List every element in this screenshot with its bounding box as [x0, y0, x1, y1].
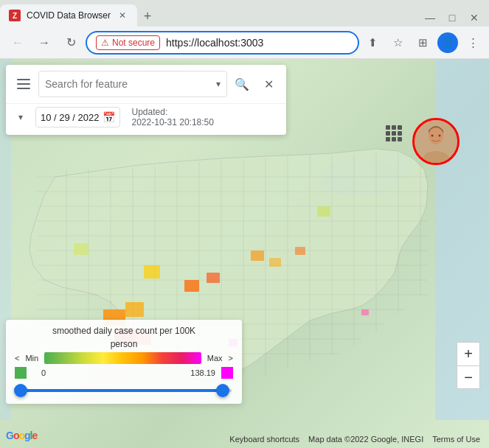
legend-title: smoothed daily case count per 100K [15, 326, 233, 336]
profile-button[interactable]: 👤 [437, 32, 458, 53]
search-input-wrap[interactable]: ▾ [38, 71, 227, 97]
search-row: ▾ 🔍 ✕ [6, 65, 286, 103]
search-dropdown-icon[interactable]: ▾ [216, 79, 221, 89]
slider-thumb-left[interactable] [14, 384, 27, 397]
browser-toolbar: ← → ↻ ⚠ Not secure https://localhost:300… [0, 27, 489, 59]
hamburger-line-3 [17, 88, 30, 89]
security-badge: ⚠ Not secure [96, 35, 160, 50]
map-bottom-bar: Keyboard shortcuts Map data ©2022 Google… [0, 435, 489, 444]
tab-bar-right: — □ ✕ [158, 9, 489, 27]
date-expand-button[interactable]: ▾ [12, 108, 30, 126]
maximize-button[interactable]: □ [443, 9, 461, 27]
updated-label: Updated: [132, 107, 168, 117]
svg-rect-42 [295, 247, 305, 255]
date-input[interactable]: 10 / 29 / 2022 📅 [35, 107, 120, 127]
svg-point-52 [431, 135, 434, 137]
browser-frame: Z COVID Data Browser ✕ + — □ ✕ ← → ↻ ⚠ N… [0, 0, 489, 448]
hamburger-button[interactable] [12, 72, 35, 96]
legend-gradient-row: < Min Max > [15, 352, 233, 364]
search-input[interactable] [45, 78, 213, 90]
hamburger-line-1 [17, 79, 30, 80]
svg-point-53 [439, 135, 441, 137]
legend-min-value: 0 [41, 368, 46, 377]
svg-rect-38 [207, 273, 220, 283]
keyboard-shortcuts-link[interactable]: Keyboard shortcuts [229, 435, 299, 444]
range-slider-row [15, 383, 233, 398]
avatar-image [415, 120, 457, 163]
svg-rect-44 [361, 309, 369, 315]
date-row: ▾ 10 / 29 / 2022 📅 Updated: 2022-10-31 2… [6, 103, 286, 135]
extension-icon[interactable]: ⊞ [412, 32, 433, 53]
active-tab[interactable]: Z COVID Data Browser ✕ [0, 4, 137, 27]
close-browser-button[interactable]: ✕ [465, 9, 483, 27]
legend-panel: smoothed daily case count per 100K perso… [6, 320, 242, 404]
avatar [412, 118, 459, 165]
legend-subtitle: person [15, 339, 233, 349]
share-icon[interactable]: ⬆ [362, 32, 383, 53]
search-actions: 🔍 ✕ [230, 72, 280, 96]
forward-button[interactable]: → [32, 31, 56, 55]
tab-close-button[interactable]: ✕ [117, 10, 128, 21]
map-controls: + − [457, 342, 480, 389]
svg-rect-37 [184, 280, 199, 292]
bookmark-icon[interactable]: ☆ [387, 32, 408, 53]
url-text: https://localhost:3003 [166, 37, 349, 49]
svg-rect-47 [74, 243, 89, 255]
zoom-out-button[interactable]: − [457, 365, 480, 389]
refresh-button[interactable]: ↻ [59, 31, 83, 55]
map-data-attribution: Map data ©2022 Google, INEGI [308, 435, 423, 444]
legend-gradient-bar [44, 352, 201, 364]
tab-bar: Z COVID Data Browser ✕ + — □ ✕ [0, 0, 489, 27]
legend-min-swatch [15, 367, 27, 379]
svg-rect-41 [269, 258, 281, 267]
hamburger-line-2 [17, 83, 30, 85]
minimize-button[interactable]: — [421, 9, 439, 27]
svg-point-51 [429, 127, 443, 142]
svg-rect-40 [251, 251, 264, 261]
calendar-icon: 📅 [103, 111, 115, 123]
new-tab-button[interactable]: + [137, 6, 158, 27]
security-label: Not secure [112, 38, 155, 48]
legend-max-value: 138.19 [190, 368, 215, 377]
terms-link[interactable]: Terms of Use [432, 435, 480, 444]
menu-icon[interactable]: ⋮ [462, 32, 483, 53]
back-button[interactable]: ← [6, 31, 30, 55]
search-panel: ▾ 🔍 ✕ ▾ 10 / 29 / 2022 📅 Updated: 2022-1… [6, 65, 286, 135]
address-bar[interactable]: ⚠ Not secure https://localhost:3003 [86, 31, 359, 55]
grid-icon [386, 125, 402, 141]
legend-right-arrow[interactable]: > [229, 354, 233, 363]
svg-rect-39 [144, 265, 160, 279]
clear-search-button[interactable]: ✕ [257, 72, 280, 96]
warning-icon: ⚠ [101, 38, 109, 48]
svg-rect-48 [317, 206, 330, 217]
updated-value: 2022-10-31 20:18:50 [132, 117, 214, 127]
slider-fill [21, 389, 223, 392]
legend-values-row: 0 138.19 [15, 367, 233, 379]
toolbar-icons: ⬆ ☆ ⊞ 👤 ⋮ [362, 32, 483, 53]
tab-favicon: Z [9, 10, 21, 21]
legend-left-arrow[interactable]: < [15, 354, 19, 363]
slider-thumb-right[interactable] [216, 384, 229, 397]
date-value: 10 / 29 / 2022 [41, 112, 100, 123]
updated-info: Updated: 2022-10-31 20:18:50 [132, 107, 214, 127]
tab-title: COVID Data Browser [27, 10, 111, 21]
legend-max-label: Max [207, 354, 223, 363]
legend-max-swatch [221, 367, 233, 379]
map-container[interactable]: ▾ 🔍 ✕ ▾ 10 / 29 / 2022 📅 Updated: 2022-1… [0, 59, 489, 448]
zoom-in-button[interactable]: + [457, 342, 480, 365]
svg-rect-36 [125, 302, 144, 317]
search-button[interactable]: 🔍 [230, 72, 254, 96]
legend-min-label: Min [25, 354, 38, 363]
